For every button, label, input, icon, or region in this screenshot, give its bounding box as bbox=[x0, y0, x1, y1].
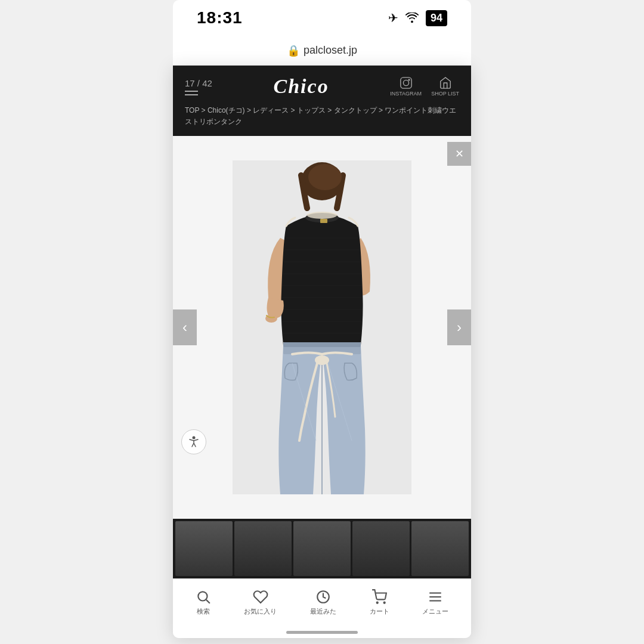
product-figure-svg bbox=[233, 160, 411, 494]
shop-list-button[interactable]: SHOP LIST bbox=[431, 76, 459, 97]
status-icons: ✈ 94 bbox=[388, 10, 447, 26]
nav-history[interactable]: 最近みた bbox=[310, 589, 336, 616]
svg-point-26 bbox=[193, 436, 196, 439]
close-button[interactable]: ✕ bbox=[447, 142, 471, 166]
instagram-button[interactable]: INSTAGRAM bbox=[390, 76, 422, 97]
thumbnail-5[interactable] bbox=[411, 521, 469, 576]
site-logo: Chico bbox=[274, 75, 329, 98]
thumbnail-4[interactable] bbox=[352, 521, 410, 576]
thumbnail-1[interactable] bbox=[175, 521, 233, 576]
breadcrumb-text: TOP > Chico(チコ) > レディース > トップス > タンクトップ … bbox=[185, 105, 459, 128]
prev-image-button[interactable]: ‹ bbox=[173, 309, 197, 345]
airplane-icon: ✈ bbox=[388, 11, 398, 25]
cart-icon bbox=[371, 589, 387, 605]
shop-list-label: SHOP LIST bbox=[431, 91, 459, 97]
svg-rect-21 bbox=[283, 342, 361, 347]
menu-icon bbox=[428, 589, 443, 605]
main-image-area: ✕ ‹ bbox=[173, 136, 471, 519]
header-right: INSTAGRAM SHOP LIST bbox=[390, 76, 459, 97]
clock-icon bbox=[315, 589, 331, 605]
nav-menu[interactable]: メニュー bbox=[422, 589, 448, 616]
page-wrapper: 18:31 ✈ 94 🔒 palcloset.jp 17 / 42 bbox=[0, 0, 644, 644]
svg-point-31 bbox=[384, 602, 385, 603]
nav-cart[interactable]: カート bbox=[370, 589, 389, 616]
svg-rect-18 bbox=[320, 219, 327, 223]
accessibility-icon bbox=[187, 435, 201, 449]
home-indicator-bar bbox=[173, 626, 471, 638]
instagram-label: INSTAGRAM bbox=[390, 91, 422, 97]
url-bar: 🔒 palcloset.jp bbox=[173, 36, 471, 66]
bottom-nav: 検索 お気に入り 最近みた bbox=[173, 578, 471, 626]
next-image-button[interactable]: › bbox=[447, 309, 471, 345]
header-left: 17 / 42 bbox=[185, 78, 212, 95]
battery-indicator: 94 bbox=[426, 10, 447, 26]
nav-favorites-label: お気に入り bbox=[244, 607, 277, 616]
nav-search[interactable]: 検索 bbox=[196, 589, 211, 616]
thumbnail-strip bbox=[173, 519, 471, 578]
site-header: 17 / 42 Chico INSTAGRAM bbox=[173, 66, 471, 105]
home-indicator-line bbox=[286, 631, 358, 634]
nav-favorites[interactable]: お気に入り bbox=[244, 589, 277, 616]
nav-history-label: 最近みた bbox=[310, 607, 336, 616]
svg-point-8 bbox=[307, 212, 337, 219]
close-icon: ✕ bbox=[455, 147, 464, 160]
product-image bbox=[173, 136, 471, 519]
accessibility-button[interactable] bbox=[181, 429, 206, 454]
heart-icon bbox=[253, 589, 268, 605]
svg-rect-0 bbox=[401, 78, 411, 88]
svg-point-6 bbox=[308, 164, 342, 190]
url-text: palcloset.jp bbox=[304, 44, 357, 57]
thumbnail-3[interactable] bbox=[293, 521, 351, 576]
svg-point-1 bbox=[403, 80, 408, 85]
svg-line-28 bbox=[206, 600, 210, 603]
status-time: 18:31 bbox=[197, 8, 243, 27]
status-bar: 18:31 ✈ 94 bbox=[173, 0, 471, 36]
svg-point-30 bbox=[377, 602, 378, 603]
lock-icon: 🔒 bbox=[287, 44, 300, 57]
next-arrow-icon: › bbox=[457, 319, 462, 336]
nav-search-label: 検索 bbox=[197, 607, 210, 616]
phone-content: 17 / 42 Chico INSTAGRAM bbox=[173, 66, 471, 638]
svg-point-27 bbox=[198, 592, 207, 600]
thumbnail-2[interactable] bbox=[234, 521, 292, 576]
hamburger-menu[interactable] bbox=[185, 91, 212, 95]
svg-point-2 bbox=[408, 79, 410, 80]
nav-cart-label: カート bbox=[370, 607, 389, 616]
prev-arrow-icon: ‹ bbox=[182, 319, 187, 336]
nav-menu-label: メニュー bbox=[422, 607, 448, 616]
breadcrumb-bar: TOP > Chico(チコ) > レディース > トップス > タンクトップ … bbox=[173, 105, 471, 136]
item-counter: 17 / 42 bbox=[185, 78, 212, 88]
search-icon bbox=[196, 589, 211, 605]
wifi-icon bbox=[405, 13, 419, 23]
